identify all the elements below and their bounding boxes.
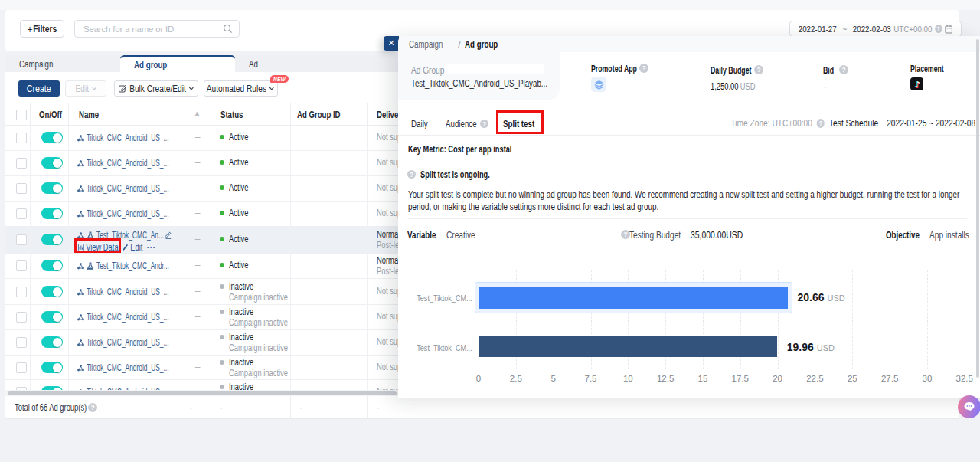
tiktok-ads-manager-page: { "filter_bar": { "filters_button": "Fil… (0, 0, 980, 462)
status-cell: Active (220, 182, 254, 193)
x-tick-label: 12.5 (657, 374, 674, 383)
row-checkbox[interactable] (16, 287, 27, 297)
x-tick-label: 32.5 (956, 374, 972, 383)
x-tick-label: 27.5 (881, 374, 898, 383)
row-checkbox[interactable] (16, 183, 27, 194)
variable-label: Variable (407, 229, 436, 241)
automated-rules-dropdown[interactable]: Automated Rules (204, 80, 278, 97)
onoff-toggle[interactable] (41, 157, 63, 169)
modal-tab-audience[interactable]: Audience? (446, 118, 488, 129)
onoff-toggle[interactable] (41, 311, 63, 323)
chat-support-button[interactable] (958, 395, 980, 418)
row-checkbox[interactable] (16, 260, 27, 271)
date-help-icon: ? (935, 25, 942, 33)
key-metric: Key Metric: Cost per app instal (408, 143, 554, 155)
onoff-toggle[interactable] (41, 336, 63, 348)
ad-group-name-link[interactable]: Tiktok_CMC_Android_US_... (87, 183, 169, 194)
ad-group-nodes-icon (77, 263, 84, 270)
search-input[interactable] (83, 25, 223, 34)
horizontal-scrollbar[interactable] (5, 390, 398, 396)
breadcrumb-campaign[interactable]: Campaign (409, 38, 443, 50)
tab-campaign[interactable]: Campaign (5, 55, 120, 72)
ad-group-name-link[interactable]: Test_Tiktok_CMC_Andr... (96, 260, 169, 271)
status-cell: Active (220, 234, 254, 244)
onoff-toggle[interactable] (41, 182, 63, 194)
bulk-create-edit-dropdown[interactable]: Bulk Create/Edit (114, 80, 198, 97)
gridline (927, 270, 928, 369)
ad-group-name-link[interactable]: Tiktok_CMC_Android_US_... (87, 362, 169, 373)
status-cell: InactiveCampaign inactive (220, 332, 305, 353)
row-checkbox[interactable] (16, 362, 27, 373)
bar-category-label: Test_Tiktok_CM... (400, 343, 472, 352)
status-cell: InactiveCampaign inactive (220, 382, 305, 390)
select-all-checkbox[interactable] (16, 110, 27, 120)
horizontal-scrollbar-thumb[interactable] (8, 391, 397, 395)
variable-value: Creative (446, 229, 475, 241)
ad-group-nodes-icon (77, 314, 84, 321)
filters-button[interactable]: +Filters (20, 20, 64, 38)
row-checkbox[interactable] (16, 158, 27, 169)
total-help-icon: ? (88, 403, 97, 412)
edit-link[interactable]: Edit (122, 242, 142, 253)
ad-group-name-link[interactable]: Tiktok_CMC_Android_US_... (87, 337, 169, 348)
edit-dropdown[interactable]: Edit (65, 80, 106, 97)
search-box (74, 20, 240, 38)
date-range-picker[interactable]: 2022-01-27 ~ 2022-02-03 UTC+00:00 ? (789, 21, 962, 37)
onoff-toggle[interactable] (41, 362, 63, 373)
row-checkbox[interactable] (16, 208, 27, 219)
x-tick-label: 25 (848, 374, 858, 383)
row-checkbox[interactable] (16, 312, 27, 323)
x-tick-label: 22.5 (806, 374, 823, 383)
ad-group-nodes-icon (77, 365, 84, 372)
daily-budget-help-icon: ? (754, 65, 763, 74)
ad-group-name: Test_Tiktok_CMC_Android_US_Playab... (411, 78, 586, 89)
bar-1[interactable] (479, 336, 777, 357)
column-adgroup-id: Ad Group ID (297, 110, 341, 120)
bulk-edit-icon (119, 84, 127, 93)
objective-label: Objective (886, 229, 920, 241)
modal-scrollbar-thumb[interactable] (976, 39, 979, 378)
bar-0[interactable] (479, 287, 788, 309)
total-count-label: Total of 66 Ad group(s) (15, 402, 87, 413)
onoff-toggle[interactable] (41, 260, 63, 271)
row-checkbox[interactable] (16, 337, 27, 348)
onoff-toggle[interactable] (41, 234, 63, 245)
edit-action-icon (122, 244, 129, 251)
ad-group-name-link[interactable]: Tiktok_CMC_Android_US_... (87, 158, 169, 169)
ad-group-name-link[interactable]: Tiktok_CMC_Android_US_... (87, 312, 169, 323)
warning-triangle-icon: ▲ (193, 109, 201, 118)
more-actions-button[interactable]: ··· (147, 242, 156, 253)
gridline (890, 270, 890, 369)
test-schedule-label: Test Schedule (829, 118, 878, 129)
tab-ad-group[interactable]: Ad group (120, 55, 235, 72)
onoff-toggle[interactable] (41, 132, 63, 143)
warning-cell: – (186, 336, 209, 347)
edit-pencil-icon[interactable] (164, 231, 172, 239)
tab-ad[interactable]: Ad (235, 55, 350, 72)
ad-group-label: Ad Group (411, 64, 454, 76)
ad-group-name-input[interactable] (445, 64, 544, 74)
daily-budget-value: 1,250.00USD (710, 81, 770, 92)
onoff-toggle[interactable] (41, 286, 63, 297)
bar-value-label: 20.66USD (798, 291, 845, 303)
close-modal-button[interactable]: ✕ (384, 36, 399, 51)
modal-tab-daily[interactable]: Daily (411, 118, 433, 129)
row-checkbox[interactable] (16, 133, 27, 143)
status-cell: Active (220, 157, 254, 168)
warning-cell: – (186, 234, 209, 244)
ad-group-name-link[interactable]: Tiktok_CMC_Android_US_... (87, 133, 169, 143)
bid-value: - (824, 81, 827, 92)
row-checkbox[interactable] (16, 234, 27, 245)
warning-cell: – (186, 286, 209, 297)
column-onoff: On/Off (39, 110, 62, 120)
warning-cell: – (186, 362, 209, 372)
ad-group-name-link[interactable]: Tiktok_CMC_Android_US_... (87, 287, 169, 297)
bid-help-icon: ? (839, 65, 848, 74)
warning-cell: – (186, 157, 209, 168)
split-test-bar-chart: 02.557.51012.51517.52022.52527.53032.5Te… (398, 258, 980, 398)
onoff-toggle[interactable] (41, 208, 63, 219)
ad-group-nodes-icon (77, 339, 84, 346)
footer-dash: - (377, 402, 380, 413)
ad-group-name-link[interactable]: Tiktok_CMC_Android_US_... (87, 208, 169, 219)
create-button[interactable]: Create (18, 80, 60, 97)
